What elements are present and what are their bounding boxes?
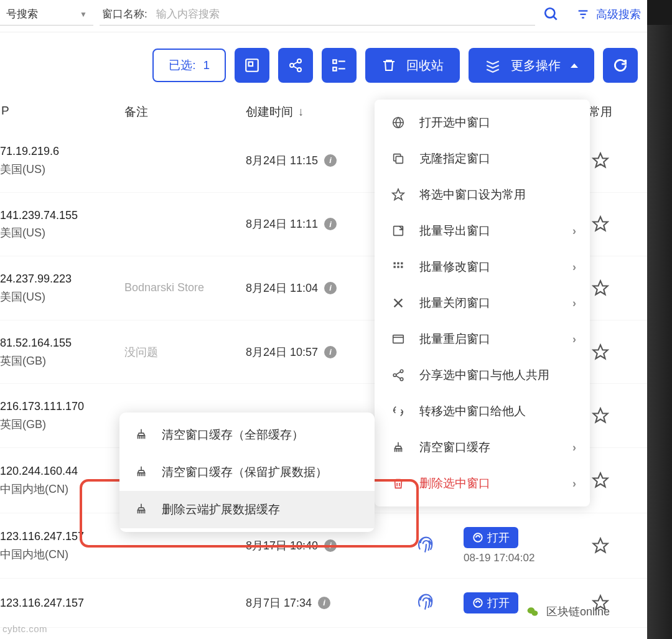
chevron-right-icon: › — [572, 441, 576, 454]
info-icon[interactable]: i — [324, 218, 337, 230]
transfer-icon — [391, 404, 406, 419]
recycle-bin-button[interactable]: 回收站 — [365, 48, 460, 83]
advanced-search-label: 高级搜索 — [596, 7, 641, 22]
time-cell: 8月24日 11:15i — [246, 153, 389, 168]
svg-point-8 — [290, 63, 294, 67]
action-cell: 打开08-19 17:04:02 — [464, 527, 576, 564]
svg-marker-29 — [393, 189, 404, 200]
search-button[interactable] — [541, 4, 561, 24]
status-cell — [389, 593, 464, 613]
menu-item[interactable]: 批量修改窗口› — [375, 249, 590, 285]
svg-line-44 — [396, 372, 400, 375]
globe-icon — [391, 115, 406, 130]
svg-line-11 — [294, 67, 298, 69]
chevron-right-icon: › — [572, 477, 576, 490]
open-button[interactable]: 打开 — [464, 527, 518, 548]
toolbar: 已选: 1 回收站 更多操作 — [0, 32, 647, 95]
watermark-bottom-right: 区块链online — [524, 603, 610, 620]
submenu-item[interactable]: 清空窗口缓存（保留扩展数据） — [119, 454, 375, 491]
more-label: 更多操作 — [511, 57, 561, 74]
menu-item[interactable]: 批量关闭窗口› — [375, 285, 590, 321]
svg-rect-6 — [249, 62, 253, 67]
svg-line-45 — [396, 376, 400, 379]
submenu-item[interactable]: 清空窗口缓存（全部缓存） — [119, 416, 375, 454]
svg-rect-36 — [401, 266, 403, 268]
wechat-icon — [524, 603, 541, 620]
menu-item[interactable]: 分享选中窗口与他人共用 — [375, 357, 590, 393]
broom-icon — [134, 427, 149, 442]
svg-line-10 — [294, 62, 298, 65]
chevron-right-icon: › — [572, 333, 576, 346]
search-field-wrap: 窗口名称: — [100, 3, 535, 26]
trash-icon — [391, 476, 406, 491]
star-icon — [391, 187, 406, 202]
svg-rect-35 — [397, 266, 399, 268]
ip-cell: 120.244.160.44中国内地(CN) — [0, 462, 124, 498]
window-icon — [391, 332, 406, 347]
broom-icon — [134, 502, 149, 517]
col-note[interactable]: 备注 — [124, 104, 246, 120]
menu-item[interactable]: 批量导出窗口› — [375, 213, 590, 249]
svg-rect-34 — [394, 266, 396, 268]
search-type-label: 号搜索 — [6, 7, 38, 21]
info-icon[interactable]: i — [324, 346, 337, 358]
grid-icon — [391, 259, 406, 274]
search-field-label: 窗口名称: — [102, 7, 147, 21]
search-type-dropdown[interactable]: 号搜索 ▼ — [0, 3, 93, 26]
chevron-right-icon: › — [572, 297, 576, 310]
caret-up-icon — [571, 63, 578, 68]
ip-cell: 123.116.247.157中国内地(CN) — [0, 528, 124, 564]
time-cell: 8月24日 11:04i — [246, 281, 389, 296]
col-created[interactable]: 创建时间 ↓ — [246, 104, 389, 120]
fav-cell[interactable] — [576, 537, 625, 554]
sort-desc-icon: ↓ — [298, 105, 304, 119]
ip-cell: 123.116.247.157 — [0, 594, 124, 612]
refresh-button[interactable] — [603, 48, 638, 83]
close-icon — [391, 296, 406, 310]
status-cell — [389, 536, 464, 556]
col-ip[interactable]: P — [0, 104, 124, 120]
note-cell: Bodnarski Store — [124, 281, 246, 294]
time-cell: 8月24日 10:57i — [246, 345, 389, 360]
svg-line-1 — [553, 16, 556, 19]
advanced-search[interactable]: 高级搜索 — [576, 7, 641, 22]
more-actions-button[interactable]: 更多操作 — [469, 48, 594, 83]
copy-icon — [391, 151, 406, 166]
time-cell: 8月17日 10:40i — [246, 538, 389, 553]
info-icon[interactable]: i — [318, 597, 330, 609]
info-icon[interactable]: i — [324, 539, 337, 552]
svg-point-7 — [297, 59, 301, 63]
export-icon — [391, 223, 406, 238]
ip-cell: 141.239.74.155美国(US) — [0, 207, 124, 243]
svg-point-25 — [474, 599, 482, 607]
ip-cell: 24.237.99.223美国(US) — [0, 270, 124, 306]
svg-rect-33 — [401, 263, 403, 264]
search-input[interactable] — [156, 8, 533, 21]
layout-button[interactable] — [235, 48, 269, 83]
info-icon[interactable]: i — [324, 282, 337, 294]
svg-point-47 — [531, 610, 538, 615]
svg-rect-39 — [393, 335, 404, 343]
watermark-bottom-left: cybtc.com — [2, 623, 47, 634]
menu-item[interactable]: 将选中窗口设为常用 — [375, 177, 590, 213]
open-button[interactable]: 打开 — [464, 592, 518, 613]
menu-item[interactable]: 清空窗口缓存› — [375, 429, 590, 465]
submenu-item[interactable]: 删除云端扩展数据缓存 — [119, 491, 375, 528]
svg-marker-24 — [593, 538, 607, 552]
menu-item[interactable]: 转移选中窗口给他人 — [375, 393, 590, 429]
recycle-label: 回收站 — [406, 57, 444, 74]
selected-count-badge: 已选: 1 — [152, 49, 226, 82]
info-icon[interactable]: i — [324, 154, 337, 167]
svg-rect-13 — [333, 67, 336, 70]
svg-rect-32 — [397, 263, 399, 264]
menu-item[interactable]: 批量重启窗口› — [375, 321, 590, 357]
svg-marker-20 — [593, 409, 607, 422]
svg-point-9 — [297, 68, 301, 72]
share-button[interactable] — [278, 48, 313, 83]
list-button[interactable] — [322, 48, 357, 83]
menu-item[interactable]: 克隆指定窗口 — [375, 141, 590, 177]
svg-marker-16 — [593, 153, 607, 167]
menu-item[interactable]: 打开选中窗口 — [375, 105, 590, 141]
svg-point-23 — [474, 533, 482, 542]
menu-item[interactable]: 删除选中窗口› — [375, 465, 590, 501]
